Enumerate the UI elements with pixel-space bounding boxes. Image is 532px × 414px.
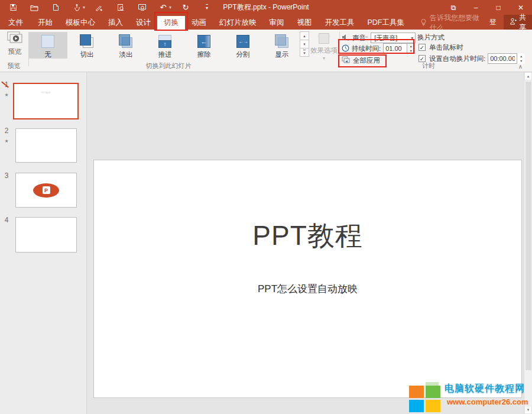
advance-slide-label: 换片方式	[417, 32, 445, 43]
duration-spin-up-icon[interactable]: ▴	[410, 44, 412, 48]
apply-all-button[interactable]: 全部应用	[342, 55, 380, 66]
open-icon[interactable]	[24, 0, 45, 15]
tab-transitions[interactable]: 切换	[157, 16, 185, 30]
transition-reveal[interactable]: 显示	[262, 32, 301, 59]
transition-cut[interactable]: 切出	[67, 32, 106, 59]
preview-button-label: 预览	[2, 47, 27, 56]
transition-fade-label: 淡出	[106, 50, 145, 59]
ribbon-tab-bar: 文件 开始 模板中心 插入 设计 切换 动画 幻灯片放映 审阅 视图 开发工具 …	[0, 15, 532, 30]
slide-thumbnail-panel: 1 ★ PPT教程 2 ★ 3 P 4	[0, 72, 87, 414]
slide-subtitle-textbox[interactable]: PPT怎么设置自动放映	[94, 283, 521, 296]
current-slide[interactable]: PPT教程 PPT怎么设置自动放映	[93, 160, 522, 398]
save-icon[interactable]	[2, 0, 24, 15]
preview-button[interactable]: 预览	[2, 31, 27, 61]
tab-insert[interactable]: 插入	[102, 16, 129, 30]
slide-1-transition-star-icon: ★	[2, 92, 11, 98]
start-slideshow-icon[interactable]	[131, 0, 153, 15]
transition-none[interactable]: 无	[28, 32, 67, 59]
lightbulb-icon	[420, 18, 427, 28]
tab-view[interactable]: 视图	[291, 16, 319, 30]
on-mouse-click-label: 单击鼠标时	[429, 43, 463, 52]
transition-split-icon: ← →	[235, 34, 251, 49]
tab-home[interactable]: 开始	[31, 16, 59, 30]
tab-slideshow[interactable]: 幻灯片放映	[213, 16, 263, 30]
sound-dropdown-icon: ▾	[411, 35, 413, 41]
auto-advance-input[interactable]	[488, 53, 517, 64]
maximize-button[interactable]: □	[487, 0, 510, 15]
sound-row: 声音: [无声音] ▾	[342, 33, 416, 43]
gallery-scroll-up-icon[interactable]: ▴	[300, 31, 309, 40]
tab-animations[interactable]: 动画	[185, 16, 213, 30]
group-label-timing: 计时	[408, 62, 449, 70]
slide-2-number: 2	[2, 127, 11, 135]
tab-template-center[interactable]: 模板中心	[59, 16, 102, 30]
auto-spin-down-icon[interactable]: ▾	[520, 59, 522, 63]
scroll-up-icon[interactable]: ▴	[524, 72, 532, 80]
customize-qat-icon[interactable]: ▾	[196, 0, 218, 15]
slide-2-thumbnail[interactable]	[15, 128, 77, 163]
duration-spin-down-icon[interactable]: ▾	[410, 48, 412, 53]
transition-wipe-icon: ←	[196, 34, 212, 49]
sound-icon	[342, 34, 350, 42]
transition-push-icon: ↑	[157, 34, 173, 49]
print-preview-icon[interactable]	[110, 0, 131, 15]
watermark-site-name: 电脑软硬件教程网	[445, 383, 525, 395]
auto-advance-spinner[interactable]: ▴▾	[517, 53, 525, 64]
quick-access-toolbar: ▾ ↶ ▾ ↻ ▾	[2, 0, 218, 15]
slide-2-transition-star-icon: ★	[2, 138, 11, 144]
gallery-scroll-down-icon[interactable]: ▾	[300, 40, 309, 48]
transition-split[interactable]: ← → 分割	[223, 32, 262, 59]
apply-to-all-icon	[342, 56, 350, 65]
transition-reveal-label: 显示	[262, 50, 301, 59]
gallery-more-icon[interactable]: ▾	[300, 48, 309, 57]
slide-3-number: 3	[2, 172, 11, 180]
tab-review[interactable]: 审阅	[263, 16, 291, 30]
duration-input[interactable]	[383, 43, 407, 54]
sound-value: [无声音]	[374, 34, 397, 43]
duration-spinner[interactable]: ▴▾	[407, 43, 415, 54]
proofing-pen-icon[interactable]	[89, 0, 110, 15]
transition-push-label: 推进	[145, 50, 184, 59]
sound-label: 声音:	[352, 34, 368, 43]
transition-cut-icon	[79, 34, 95, 49]
transition-wipe-label: 擦除	[184, 50, 223, 59]
transition-cut-label: 切出	[67, 50, 106, 59]
transition-wipe[interactable]: ← 擦除	[184, 32, 223, 59]
powerpoint-logo-letter: P	[43, 186, 50, 194]
watermark-logo	[409, 384, 441, 412]
transition-fade[interactable]: 淡出	[106, 32, 145, 59]
effect-options-dropdown-icon: ▾	[310, 56, 338, 61]
slide-3-thumbnail[interactable]: P	[15, 173, 77, 208]
vertical-scrollbar[interactable]: ▴ ▾	[524, 72, 532, 414]
new-document-icon[interactable]	[45, 0, 66, 15]
transition-push[interactable]: ↑ 推进	[145, 32, 184, 59]
redo-icon[interactable]: ↻	[175, 0, 196, 15]
slide-4-number: 4	[2, 216, 11, 224]
sign-in-button[interactable]: 登录	[482, 15, 504, 29]
slide-4-thumbnail[interactable]	[15, 217, 77, 253]
duration-row: 持续时间: ▴▾	[342, 43, 415, 54]
transition-none-label: 无	[28, 50, 67, 59]
on-mouse-click-checkbox[interactable]: ✓	[419, 44, 426, 51]
effect-options-button[interactable]: 效果选项 ▾	[310, 31, 338, 68]
tab-developer[interactable]: 开发工具	[319, 16, 361, 30]
touch-mode-dropdown-icon[interactable]: ▾	[83, 5, 89, 10]
undo-dropdown-icon[interactable]: ▾	[169, 5, 175, 10]
auto-spin-up-icon[interactable]: ▴	[520, 54, 522, 59]
slide-title-textbox[interactable]: PPT教程	[94, 216, 521, 254]
scrollbar-thumb[interactable]	[525, 82, 531, 370]
slide-1-thumbnail-content: PPT教程	[14, 91, 77, 94]
tell-me-search[interactable]: 告诉我您想要做什么...	[420, 16, 482, 30]
tab-design[interactable]: 设计	[129, 16, 157, 30]
collapse-ribbon-icon[interactable]: ∧	[518, 63, 523, 70]
effect-options-icon	[319, 33, 329, 44]
watermark-url: www.computer26.com	[447, 397, 528, 406]
share-button[interactable]: 共享	[504, 15, 532, 30]
clock-icon	[342, 44, 349, 53]
slide-1-thumbnail[interactable]: PPT教程	[13, 83, 79, 119]
tab-file[interactable]: 文件	[0, 16, 31, 30]
sound-dropdown[interactable]: [无声音] ▾	[371, 33, 416, 43]
tab-pdf-tools[interactable]: PDF工具集	[361, 16, 411, 30]
watermark: 电脑软硬件教程网 www.computer26.com	[408, 381, 530, 412]
on-mouse-click-option[interactable]: ✓ 单击鼠标时	[419, 42, 463, 53]
